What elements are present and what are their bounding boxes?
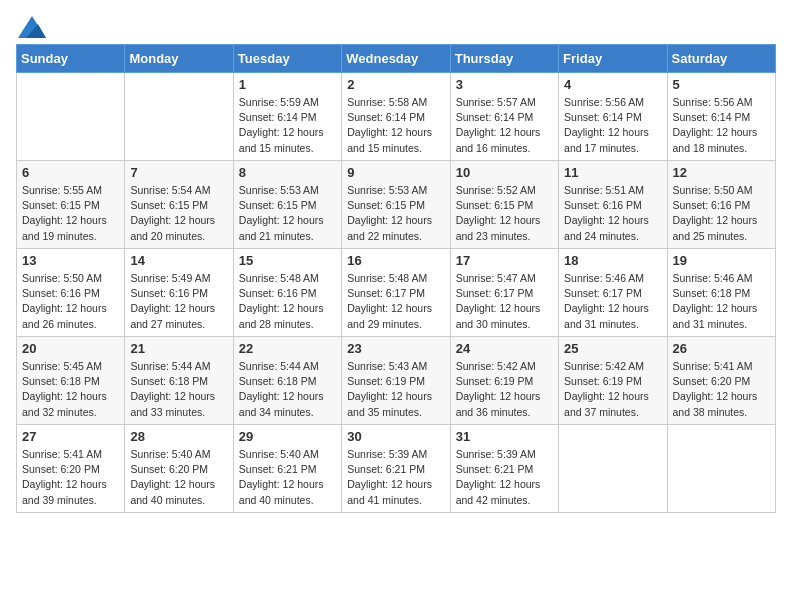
day-number: 10: [456, 165, 553, 180]
weekday-header-wednesday: Wednesday: [342, 45, 450, 73]
calendar-cell: 27Sunrise: 5:41 AMSunset: 6:20 PMDayligh…: [17, 425, 125, 513]
day-number: 23: [347, 341, 444, 356]
weekday-header-friday: Friday: [559, 45, 667, 73]
calendar-cell: 1Sunrise: 5:59 AMSunset: 6:14 PMDaylight…: [233, 73, 341, 161]
calendar-cell: 11Sunrise: 5:51 AMSunset: 6:16 PMDayligh…: [559, 161, 667, 249]
day-info: Sunrise: 5:40 AMSunset: 6:20 PMDaylight:…: [130, 447, 227, 508]
day-number: 13: [22, 253, 119, 268]
day-number: 16: [347, 253, 444, 268]
week-row-1: 1Sunrise: 5:59 AMSunset: 6:14 PMDaylight…: [17, 73, 776, 161]
day-info: Sunrise: 5:48 AMSunset: 6:16 PMDaylight:…: [239, 271, 336, 332]
week-row-5: 27Sunrise: 5:41 AMSunset: 6:20 PMDayligh…: [17, 425, 776, 513]
day-number: 31: [456, 429, 553, 444]
calendar-cell: 15Sunrise: 5:48 AMSunset: 6:16 PMDayligh…: [233, 249, 341, 337]
day-info: Sunrise: 5:58 AMSunset: 6:14 PMDaylight:…: [347, 95, 444, 156]
week-row-3: 13Sunrise: 5:50 AMSunset: 6:16 PMDayligh…: [17, 249, 776, 337]
calendar-cell: 12Sunrise: 5:50 AMSunset: 6:16 PMDayligh…: [667, 161, 775, 249]
day-number: 30: [347, 429, 444, 444]
day-number: 22: [239, 341, 336, 356]
day-info: Sunrise: 5:57 AMSunset: 6:14 PMDaylight:…: [456, 95, 553, 156]
calendar-cell: 24Sunrise: 5:42 AMSunset: 6:19 PMDayligh…: [450, 337, 558, 425]
calendar-cell: 10Sunrise: 5:52 AMSunset: 6:15 PMDayligh…: [450, 161, 558, 249]
day-number: 27: [22, 429, 119, 444]
calendar-table: SundayMondayTuesdayWednesdayThursdayFrid…: [16, 44, 776, 513]
calendar-cell: [125, 73, 233, 161]
day-info: Sunrise: 5:47 AMSunset: 6:17 PMDaylight:…: [456, 271, 553, 332]
calendar-cell: [559, 425, 667, 513]
day-info: Sunrise: 5:44 AMSunset: 6:18 PMDaylight:…: [130, 359, 227, 420]
day-info: Sunrise: 5:49 AMSunset: 6:16 PMDaylight:…: [130, 271, 227, 332]
weekday-header-monday: Monday: [125, 45, 233, 73]
calendar-cell: 14Sunrise: 5:49 AMSunset: 6:16 PMDayligh…: [125, 249, 233, 337]
weekday-header-thursday: Thursday: [450, 45, 558, 73]
day-info: Sunrise: 5:42 AMSunset: 6:19 PMDaylight:…: [456, 359, 553, 420]
day-number: 5: [673, 77, 770, 92]
day-info: Sunrise: 5:53 AMSunset: 6:15 PMDaylight:…: [239, 183, 336, 244]
day-number: 18: [564, 253, 661, 268]
day-number: 15: [239, 253, 336, 268]
day-number: 17: [456, 253, 553, 268]
calendar-cell: 8Sunrise: 5:53 AMSunset: 6:15 PMDaylight…: [233, 161, 341, 249]
day-info: Sunrise: 5:39 AMSunset: 6:21 PMDaylight:…: [347, 447, 444, 508]
day-number: 21: [130, 341, 227, 356]
calendar-cell: 2Sunrise: 5:58 AMSunset: 6:14 PMDaylight…: [342, 73, 450, 161]
day-number: 8: [239, 165, 336, 180]
calendar-cell: 5Sunrise: 5:56 AMSunset: 6:14 PMDaylight…: [667, 73, 775, 161]
day-number: 6: [22, 165, 119, 180]
calendar-cell: 31Sunrise: 5:39 AMSunset: 6:21 PMDayligh…: [450, 425, 558, 513]
day-number: 25: [564, 341, 661, 356]
calendar-cell: 26Sunrise: 5:41 AMSunset: 6:20 PMDayligh…: [667, 337, 775, 425]
week-row-4: 20Sunrise: 5:45 AMSunset: 6:18 PMDayligh…: [17, 337, 776, 425]
day-info: Sunrise: 5:43 AMSunset: 6:19 PMDaylight:…: [347, 359, 444, 420]
calendar-cell: 17Sunrise: 5:47 AMSunset: 6:17 PMDayligh…: [450, 249, 558, 337]
calendar-cell: 25Sunrise: 5:42 AMSunset: 6:19 PMDayligh…: [559, 337, 667, 425]
day-number: 2: [347, 77, 444, 92]
calendar-cell: [17, 73, 125, 161]
day-number: 24: [456, 341, 553, 356]
day-info: Sunrise: 5:56 AMSunset: 6:14 PMDaylight:…: [673, 95, 770, 156]
day-info: Sunrise: 5:41 AMSunset: 6:20 PMDaylight:…: [673, 359, 770, 420]
calendar-cell: 28Sunrise: 5:40 AMSunset: 6:20 PMDayligh…: [125, 425, 233, 513]
logo: [16, 16, 46, 32]
day-number: 9: [347, 165, 444, 180]
day-info: Sunrise: 5:46 AMSunset: 6:18 PMDaylight:…: [673, 271, 770, 332]
calendar-cell: 29Sunrise: 5:40 AMSunset: 6:21 PMDayligh…: [233, 425, 341, 513]
day-number: 28: [130, 429, 227, 444]
day-info: Sunrise: 5:40 AMSunset: 6:21 PMDaylight:…: [239, 447, 336, 508]
day-info: Sunrise: 5:46 AMSunset: 6:17 PMDaylight:…: [564, 271, 661, 332]
header: [16, 16, 776, 32]
day-info: Sunrise: 5:52 AMSunset: 6:15 PMDaylight:…: [456, 183, 553, 244]
day-info: Sunrise: 5:48 AMSunset: 6:17 PMDaylight:…: [347, 271, 444, 332]
calendar-cell: 23Sunrise: 5:43 AMSunset: 6:19 PMDayligh…: [342, 337, 450, 425]
day-info: Sunrise: 5:56 AMSunset: 6:14 PMDaylight:…: [564, 95, 661, 156]
day-number: 11: [564, 165, 661, 180]
calendar-cell: 4Sunrise: 5:56 AMSunset: 6:14 PMDaylight…: [559, 73, 667, 161]
calendar-cell: 19Sunrise: 5:46 AMSunset: 6:18 PMDayligh…: [667, 249, 775, 337]
day-number: 12: [673, 165, 770, 180]
day-number: 20: [22, 341, 119, 356]
day-number: 26: [673, 341, 770, 356]
weekday-header-sunday: Sunday: [17, 45, 125, 73]
calendar-cell: 7Sunrise: 5:54 AMSunset: 6:15 PMDaylight…: [125, 161, 233, 249]
logo-icon: [18, 16, 46, 38]
calendar-cell: 18Sunrise: 5:46 AMSunset: 6:17 PMDayligh…: [559, 249, 667, 337]
calendar-cell: 20Sunrise: 5:45 AMSunset: 6:18 PMDayligh…: [17, 337, 125, 425]
calendar-cell: 21Sunrise: 5:44 AMSunset: 6:18 PMDayligh…: [125, 337, 233, 425]
day-info: Sunrise: 5:50 AMSunset: 6:16 PMDaylight:…: [673, 183, 770, 244]
day-number: 1: [239, 77, 336, 92]
calendar-cell: [667, 425, 775, 513]
day-number: 19: [673, 253, 770, 268]
day-info: Sunrise: 5:53 AMSunset: 6:15 PMDaylight:…: [347, 183, 444, 244]
weekday-header-row: SundayMondayTuesdayWednesdayThursdayFrid…: [17, 45, 776, 73]
day-info: Sunrise: 5:42 AMSunset: 6:19 PMDaylight:…: [564, 359, 661, 420]
calendar-cell: 6Sunrise: 5:55 AMSunset: 6:15 PMDaylight…: [17, 161, 125, 249]
day-info: Sunrise: 5:39 AMSunset: 6:21 PMDaylight:…: [456, 447, 553, 508]
calendar-cell: 9Sunrise: 5:53 AMSunset: 6:15 PMDaylight…: [342, 161, 450, 249]
day-info: Sunrise: 5:44 AMSunset: 6:18 PMDaylight:…: [239, 359, 336, 420]
day-info: Sunrise: 5:51 AMSunset: 6:16 PMDaylight:…: [564, 183, 661, 244]
day-info: Sunrise: 5:50 AMSunset: 6:16 PMDaylight:…: [22, 271, 119, 332]
day-number: 4: [564, 77, 661, 92]
week-row-2: 6Sunrise: 5:55 AMSunset: 6:15 PMDaylight…: [17, 161, 776, 249]
day-number: 14: [130, 253, 227, 268]
calendar-cell: 13Sunrise: 5:50 AMSunset: 6:16 PMDayligh…: [17, 249, 125, 337]
